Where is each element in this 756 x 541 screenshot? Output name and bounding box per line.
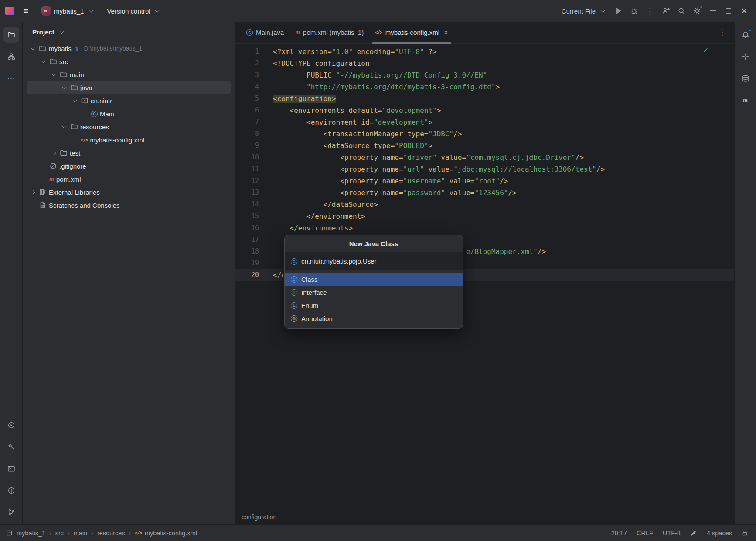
debug-button[interactable] <box>627 3 642 18</box>
code-line-15[interactable]: 15 </environment> <box>235 210 734 222</box>
code-line-1[interactable]: 1<?xml version="1.0" encoding="UTF-8" ?> <box>235 46 734 57</box>
code-with-me-button[interactable] <box>658 3 673 18</box>
breadcrumb-tag[interactable]: configuration <box>242 514 276 521</box>
status-breadcrumb-main[interactable]: main <box>74 530 87 537</box>
tree-item-main[interactable]: CMain <box>27 107 231 120</box>
tree-item-mybatis-1[interactable]: mybatis_1D:\mybatis\mybatis_1 <box>27 42 231 55</box>
tree-item-java[interactable]: java <box>27 81 231 94</box>
maven-tool-tool-button[interactable]: m <box>738 92 753 108</box>
tree-item-mybatis-config-xml[interactable]: </>mybatis-config.xml <box>27 133 231 146</box>
tab-label: pom.xml (mybatis_1) <box>303 29 364 36</box>
tree-item-cn-niutr[interactable]: cn.niutr <box>27 94 231 107</box>
kind-option-interface[interactable]: IInterface <box>285 286 463 299</box>
status-breadcrumb-resources[interactable]: resources <box>97 530 125 537</box>
project-panel-header[interactable]: Project <box>23 22 235 42</box>
code-line-13[interactable]: 13 <property name="password" value="1234… <box>235 187 734 199</box>
editor-tab-mybatis-config-xml[interactable]: </>mybatis-config.xml× <box>369 22 454 43</box>
services-tool-button[interactable] <box>3 417 19 433</box>
close-tab-icon[interactable]: × <box>444 29 448 36</box>
chevron-down-icon[interactable] <box>60 84 68 91</box>
lock-icon[interactable] <box>742 530 748 536</box>
line-content <box>266 257 273 269</box>
search-everywhere-button[interactable] <box>674 3 689 18</box>
tree-item-external-libraries[interactable]: External Libraries <box>27 186 231 199</box>
structure-tool-button[interactable] <box>3 49 19 64</box>
file-encoding[interactable]: UTF-8 <box>663 530 681 537</box>
tree-item-test[interactable]: test <box>27 146 231 159</box>
status-breadcrumb-mybatis-config-xml[interactable]: </>mybatis-config.xml <box>135 530 197 537</box>
maximize-button[interactable] <box>721 3 736 18</box>
code-line-12[interactable]: 12 <property name="username" value="root… <box>235 175 734 187</box>
code-line-7[interactable]: 7 <environment id="development"> <box>235 116 734 128</box>
indent-setting[interactable]: 4 spaces <box>707 530 732 537</box>
line-content: <dataSource type="POOLED"> <box>266 140 432 152</box>
pen-strikethrough-icon[interactable] <box>690 530 697 537</box>
code-line-4[interactable]: 4 "http://mybatis.org/dtd/mybatis-3-conf… <box>235 81 734 93</box>
close-button[interactable]: × <box>737 3 752 18</box>
editor-tab-pom-xml-mybatis-1-[interactable]: mpom.xml (mybatis_1) <box>289 22 369 43</box>
editor-tab-main-java[interactable]: CMain.java <box>241 22 289 43</box>
chevron-right-icon[interactable] <box>29 188 37 196</box>
tree-item-main[interactable]: main <box>27 68 231 81</box>
run-button[interactable] <box>611 3 626 18</box>
chevron-down-icon[interactable] <box>39 57 47 65</box>
code-line-5[interactable]: 5<configuration> <box>235 93 734 105</box>
line-number: 9 <box>235 140 266 152</box>
line-content: <configuration> <box>266 93 336 105</box>
ai-assistant-tool-button[interactable] <box>738 49 753 64</box>
kind-option-annotation[interactable]: @Annotation <box>285 312 463 325</box>
class-name-input[interactable]: C cn.niutr.mybatis.pojo.User <box>285 252 463 270</box>
terminal-tool-button[interactable] <box>3 461 19 477</box>
build-tool-button[interactable] <box>3 439 19 455</box>
main-menu-button[interactable]: ≡ <box>18 3 33 18</box>
editor-breadcrumb[interactable]: configuration <box>235 510 734 524</box>
xml-file-icon: </> <box>375 30 382 35</box>
minimize-button[interactable] <box>705 3 720 18</box>
status-breadcrumb-mybatis-1[interactable]: mybatis_1 <box>17 530 45 537</box>
more-tool-button[interactable]: ⋯ <box>3 71 19 86</box>
code-line-3[interactable]: 3 PUBLIC "-//mybatis.org//DTD Config 3.0… <box>235 69 734 81</box>
more-actions-button[interactable]: ⋮ <box>643 3 657 18</box>
status-bar: mybatis_1›src›main›resources›</>mybatis-… <box>0 524 756 541</box>
kind-option-enum[interactable]: EEnum <box>285 299 463 312</box>
code-line-16[interactable]: 16 </environments> <box>235 222 734 234</box>
tree-item-scratches-and-consoles[interactable]: Scratches and Consoles <box>27 199 231 212</box>
code-line-14[interactable]: 14 </dataSource> <box>235 199 734 210</box>
code-line-2[interactable]: 2<!DOCTYPE configuration <box>235 57 734 69</box>
status-breadcrumb-src[interactable]: src <box>55 530 64 537</box>
tree-item-path: D:\mybatis\mybatis_1 <box>84 45 142 52</box>
maximize-icon <box>726 8 731 14</box>
inspections-ok-icon[interactable]: ✓ <box>703 46 709 55</box>
git-tool-button[interactable] <box>3 504 19 520</box>
code-line-8[interactable]: 8 <transactionManager type="JDBC"/> <box>235 128 734 140</box>
vcs-widget[interactable]: Version control <box>103 4 165 17</box>
tree-item-label: cn.niutr <box>91 97 112 105</box>
chevron-down-icon[interactable] <box>29 44 37 52</box>
chevron-down-icon[interactable] <box>50 71 58 78</box>
notifications-tool-button[interactable] <box>738 27 753 43</box>
line-separator[interactable]: CRLF <box>637 530 653 537</box>
settings-button[interactable] <box>690 3 705 18</box>
code-line-10[interactable]: 10 <property name="driver" value="com.my… <box>235 152 734 163</box>
kind-option-class[interactable]: CClass <box>285 273 463 286</box>
chevron-down-icon[interactable] <box>60 123 68 131</box>
code-line-9[interactable]: 9 <dataSource type="POOLED"> <box>235 140 734 152</box>
chevron-right-icon[interactable] <box>50 149 58 157</box>
caret-position[interactable]: 20:17 <box>611 530 627 537</box>
project-widget[interactable]: M1 mybatis_1 <box>37 3 99 18</box>
run-configuration-selector[interactable]: Current File <box>558 4 610 17</box>
tree-item--gitignore[interactable]: .gitignore <box>27 159 231 172</box>
chevron-down-icon[interactable] <box>71 97 78 105</box>
line-content: <property name="username" value="root"/> <box>266 175 508 187</box>
tree-item-resources[interactable]: resources <box>27 120 231 133</box>
code-line-6[interactable]: 6 <environments default="development"> <box>235 105 734 116</box>
tree-item-pom-xml[interactable]: mpom.xml <box>27 172 231 186</box>
problems-tool-button[interactable] <box>3 483 19 498</box>
project-tool-button[interactable] <box>3 27 19 43</box>
folder-icon <box>60 149 68 157</box>
tree-item-src[interactable]: src <box>27 55 231 68</box>
tab-list-icon[interactable]: ⋮ <box>718 27 726 37</box>
line-content: <!DOCTYPE configuration <box>266 57 370 69</box>
code-line-11[interactable]: 11 <property name="url" value="jdbc:mysq… <box>235 163 734 175</box>
database-tool-button[interactable] <box>738 71 753 86</box>
